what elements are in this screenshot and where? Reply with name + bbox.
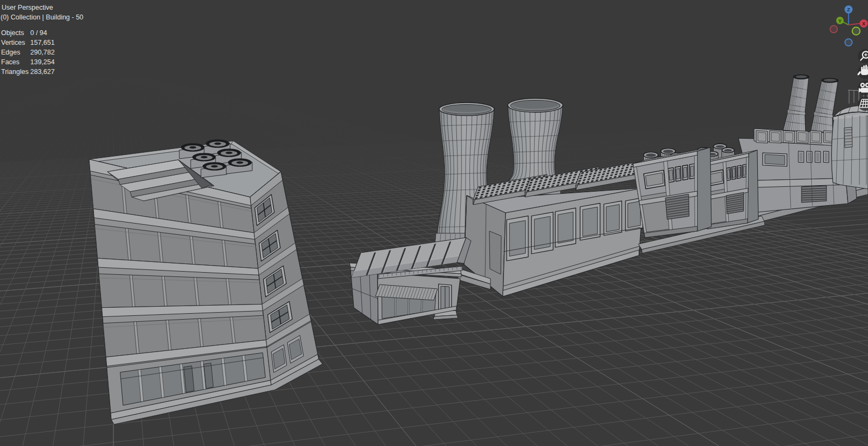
svg-text:(0) Collection | Building - 50: (0) Collection | Building - 50 bbox=[1, 13, 83, 21]
svg-text:0 / 94: 0 / 94 bbox=[30, 29, 47, 37]
svg-text:Edges: Edges bbox=[1, 49, 20, 56]
svg-text:Vertices: Vertices bbox=[1, 39, 25, 46]
svg-text:Y: Y bbox=[838, 18, 842, 24]
svg-text:Triangles: Triangles bbox=[1, 68, 29, 76]
svg-text:283,627: 283,627 bbox=[30, 68, 55, 76]
svg-text:139,254: 139,254 bbox=[30, 58, 55, 66]
svg-text:Z: Z bbox=[847, 7, 850, 12]
svg-text:290,782: 290,782 bbox=[30, 49, 55, 56]
svg-text:Faces: Faces bbox=[1, 58, 19, 66]
svg-text:User Perspective: User Perspective bbox=[2, 4, 53, 11]
svg-text:Objects: Objects bbox=[1, 29, 24, 37]
svg-text:X: X bbox=[862, 21, 865, 26]
svg-text:157,651: 157,651 bbox=[30, 39, 55, 46]
